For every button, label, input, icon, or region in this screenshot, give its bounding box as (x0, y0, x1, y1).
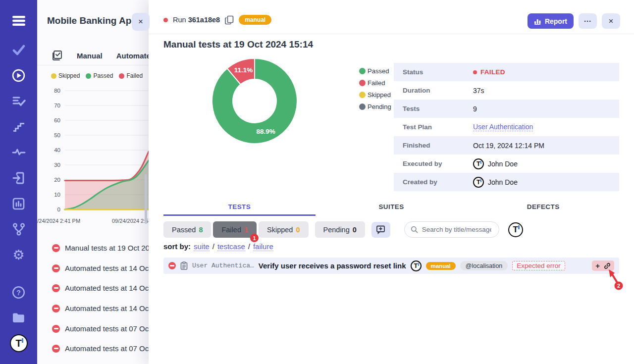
runs-panel: Mobile Banking App Manual Automated Skip… (37, 0, 149, 364)
test-type-badge: manual (426, 262, 456, 270)
skipped-dot-icon (359, 92, 366, 98)
svg-text:50: 50 (54, 132, 60, 138)
runs-trend-chart: 01020304050607080 (40, 88, 149, 213)
filter-passed-button[interactable]: Passed8 (163, 221, 211, 238)
comment-plus-icon (376, 225, 385, 234)
x-tick: 09/24/2024 2:54 PM (112, 218, 149, 224)
search-box[interactable] (404, 221, 499, 238)
svg-text:70: 70 (54, 103, 60, 108)
trend-legend: Skipped Passed Failed (51, 72, 143, 79)
suite-name[interactable]: User Authentica… (192, 262, 254, 269)
filter-skipped-button[interactable]: Skipped0 (259, 221, 308, 238)
table-row: Test Plan User Authentication (394, 118, 619, 136)
failed-dot-icon (359, 80, 366, 86)
pulse-icon[interactable] (0, 147, 37, 157)
projects-folder-icon[interactable] (0, 312, 37, 324)
tab-automated[interactable]: Automated (116, 52, 149, 60)
run-list-item[interactable]: Automated tests at 14 Oct 2024 (52, 284, 149, 292)
panel-close-button[interactable]: × (132, 13, 150, 31)
tab-suites[interactable]: SUITES (316, 200, 468, 216)
run-checklist-icon[interactable] (51, 50, 63, 61)
steps-icon[interactable] (0, 121, 37, 134)
run-list-item[interactable]: Automated tests at 07 Oct 2024 (52, 324, 149, 333)
tag-badge[interactable]: @localisation (460, 261, 508, 270)
clipboard-icon (180, 261, 188, 270)
divider (37, 65, 149, 65)
bar-chart-icon (534, 18, 541, 25)
run-list-item[interactable]: Automated tests at 14 Oct 2024 (52, 304, 149, 312)
sort-by-suite-link[interactable]: suite (194, 242, 210, 251)
svg-text:88.9%: 88.9% (256, 128, 275, 135)
failed-status-icon (52, 284, 60, 292)
report-button[interactable]: Report (528, 13, 574, 29)
run-details-table: Status FAILED Duration 37s Tests 9 Test … (394, 63, 619, 191)
failed-status-icon (52, 345, 60, 353)
testomat-logo-icon: T (10, 334, 28, 352)
tab-manual[interactable]: Manual (77, 52, 103, 60)
menu-icon[interactable] (0, 14, 37, 27)
project-title: Mobile Banking App (47, 15, 137, 26)
user-filter-avatar[interactable]: T (508, 222, 523, 237)
svg-text:0: 0 (57, 207, 60, 212)
test-plan-link[interactable]: User Authentication (473, 123, 533, 131)
help-icon[interactable]: ? (0, 286, 37, 299)
failed-status-icon (52, 325, 60, 333)
skipped-dot-icon (51, 73, 56, 79)
run-list-item[interactable]: Manual tests at 19 Oct 2024 (52, 244, 149, 252)
svg-text:60: 60 (54, 117, 60, 123)
icon-rail: ⚙ ? T (0, 0, 37, 364)
sort-row: sort by: suite / testcase / failure (163, 242, 273, 251)
svg-text:10: 10 (54, 192, 60, 198)
run-list-item[interactable]: Automated tests at 07 Oct 2024 (52, 344, 149, 353)
test-result-row[interactable]: User Authentica… Verify user receives a … (163, 258, 619, 274)
search-input[interactable] (422, 226, 491, 233)
x-tick: 09/24/2024 2:41 PM (37, 218, 80, 224)
checkmark-icon[interactable] (0, 44, 37, 56)
more-button[interactable]: ··· (579, 13, 597, 29)
passed-dot-icon (86, 73, 91, 79)
sort-by-testcase-link[interactable]: testcase (217, 242, 245, 251)
reports-icon[interactable] (0, 197, 37, 210)
table-row: Tests 9 (394, 100, 619, 118)
divider (149, 34, 634, 34)
copy-icon[interactable] (225, 15, 234, 25)
table-row: Finished Oct 19, 2024 12:14 PM (394, 136, 619, 155)
run-failed-dot-icon (163, 18, 168, 22)
run-type-badge: manual (239, 15, 271, 25)
branches-icon[interactable] (0, 222, 37, 236)
search-icon (411, 226, 418, 233)
svg-text:30: 30 (54, 162, 60, 168)
user-avatar: T (473, 177, 484, 188)
failed-status-icon (52, 244, 60, 252)
play-circle-icon[interactable] (0, 69, 37, 82)
svg-text:2: 2 (617, 283, 620, 289)
close-run-button[interactable]: × (602, 13, 620, 29)
sort-by-failure-link[interactable]: failure (253, 242, 273, 251)
tab-tests[interactable]: TESTS (163, 200, 316, 216)
add-icon[interactable]: + (595, 262, 600, 269)
svg-text:40: 40 (54, 147, 60, 153)
results-donut-chart: 88.9%11.1% (200, 47, 309, 156)
add-comment-button[interactable] (371, 222, 390, 238)
tab-defects[interactable]: DEFECTS (467, 200, 619, 216)
failed-status-icon (52, 305, 60, 312)
assignee-avatar: T (411, 260, 422, 271)
failed-status-icon (168, 262, 176, 269)
svg-text:80: 80 (54, 88, 60, 94)
link-icon[interactable] (604, 262, 611, 269)
error-badge[interactable]: Expected error (512, 261, 565, 270)
failed-status-icon (52, 264, 60, 272)
trend-x-axis: 09/24/2024 2:41 PM 09/24/2024 2:54 PM (37, 218, 149, 226)
settings-gear-icon[interactable]: ⚙ (0, 248, 37, 261)
profile-logo-avatar[interactable]: T (0, 334, 37, 352)
scrollbar-thumb[interactable] (145, 174, 147, 224)
sign-in-icon[interactable] (0, 171, 37, 185)
test-title[interactable]: Verify user receives a password reset li… (259, 261, 406, 270)
filter-failed-button[interactable]: Failed1 1 (213, 221, 257, 238)
table-row: Executed by TJohn Doe (394, 155, 619, 173)
filter-pending-button[interactable]: Pending0 (315, 221, 365, 238)
donut-legend: Passed Failed Skipped Pending (359, 67, 391, 110)
run-list-item[interactable]: Automated tests at 14 Oct 2024 (52, 264, 149, 272)
test-list-icon[interactable] (0, 95, 37, 107)
row-actions[interactable]: + (592, 260, 614, 271)
